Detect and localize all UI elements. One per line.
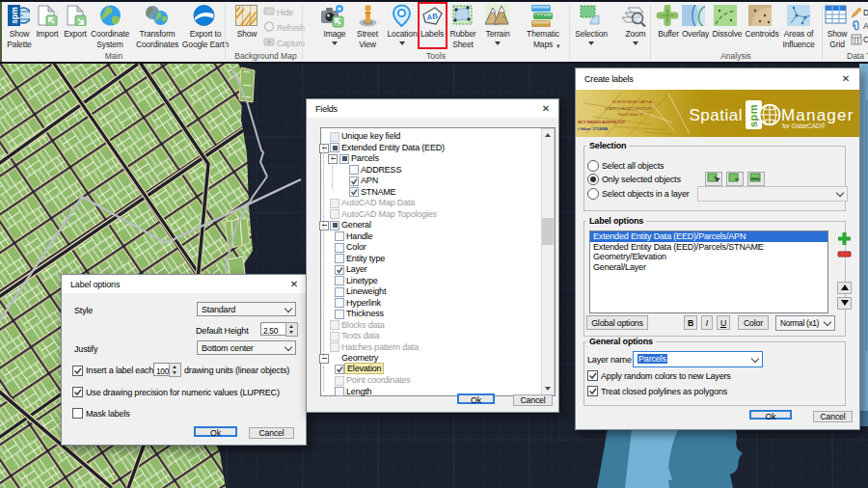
svg-text:Spatial: Spatial bbox=[690, 106, 743, 124]
svg-text:STATE QUADRO CENTRUM: STATE QUADRO CENTRUM bbox=[605, 106, 651, 111]
svg-text:for GstarCAD®: for GstarCAD® bbox=[782, 122, 827, 129]
svg-text:spm: spm bbox=[747, 104, 759, 127]
svg-text:t Value: 1712698: t Value: 1712698 bbox=[578, 126, 609, 131]
svg-text:NCY INDIGO AUSTIN CLT: NCY INDIGO AUSTIN CLT bbox=[578, 120, 626, 124]
svg-text:spm: spm bbox=[10, 7, 19, 24]
svg-text:Parcel Value: 12: Parcel Value: 12 bbox=[618, 112, 644, 117]
svg-text:NORTH RIDGE CAPITAL: NORTH RIDGE CAPITAL bbox=[612, 99, 654, 104]
